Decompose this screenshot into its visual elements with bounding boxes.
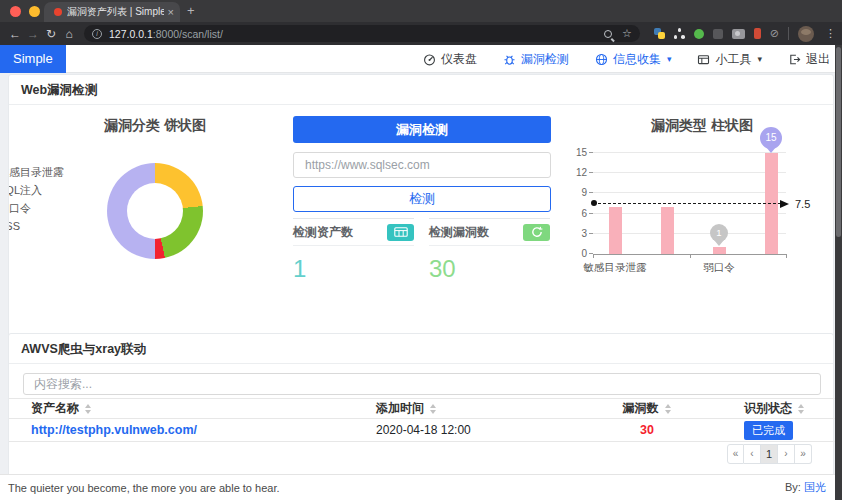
extensions-row: ⊘ ⋮ <box>654 26 842 42</box>
status-badge[interactable]: 已完成 <box>744 421 793 440</box>
gridline <box>593 172 786 173</box>
pagination-button[interactable]: › <box>778 444 795 464</box>
nav-item-dashboard[interactable]: 仪表盘 <box>423 51 477 68</box>
y-tick <box>589 152 593 153</box>
pie-chart-title: 漏洞分类 饼状图 <box>9 117 301 135</box>
marker-balloon-max: 15 <box>760 127 782 149</box>
marker-tail <box>766 147 776 153</box>
browser-tab[interactable]: 漏洞资产列表 | SimpleScan × <box>44 2 180 22</box>
screenshot-extension-icon[interactable] <box>732 29 745 39</box>
red-extension-icon[interactable] <box>754 28 761 39</box>
chevron-down-icon: ▾ <box>667 54 672 64</box>
reload-icon[interactable] <box>42 27 60 41</box>
gridline <box>593 192 786 193</box>
y-tick-label: 6 <box>567 208 587 219</box>
pie-chart <box>107 163 203 259</box>
sort-icon[interactable] <box>84 404 92 414</box>
back-icon[interactable] <box>6 27 24 41</box>
x-tick <box>786 254 787 258</box>
stat-divider <box>429 245 550 246</box>
column-header-label: 添加时间 <box>376 400 424 417</box>
average-line-arrow <box>780 200 789 208</box>
nav-item-vuln-scan[interactable]: 漏洞检测 <box>503 51 569 68</box>
stat-card-header: 检测漏洞数 <box>429 219 550 245</box>
status-cell: 已完成 <box>744 419 793 441</box>
y-tick <box>589 172 593 173</box>
sort-icon[interactable] <box>664 404 672 414</box>
bug-icon <box>503 53 516 66</box>
column-header-3[interactable]: 识别状态 <box>744 399 805 418</box>
python-extension-icon[interactable] <box>654 28 665 39</box>
window-close-button[interactable] <box>10 6 21 17</box>
search-icon[interactable] <box>604 30 612 38</box>
web-scan-card: Web漏洞检测 漏洞分类 饼状图 敏感目录泄露SQL注入弱口令XSS 漏洞检测 … <box>8 74 834 361</box>
new-tab-button[interactable]: + <box>187 3 195 18</box>
legend-item[interactable]: 敏感目录泄露 <box>8 165 64 179</box>
y-tick <box>589 192 593 193</box>
footer-credit: By: 国光 <box>785 480 834 495</box>
footer-author-link[interactable]: 国光 <box>804 481 826 493</box>
vuln-count: 30 <box>640 423 654 437</box>
marker-balloon-min: 1 <box>710 224 728 242</box>
legend-item[interactable]: SQL注入 <box>8 183 64 197</box>
scrollbar-thumb[interactable] <box>836 47 841 237</box>
pagination-button[interactable]: ‹ <box>744 444 761 464</box>
stat-label: 检测资产数 <box>293 224 353 241</box>
y-tick <box>589 233 593 234</box>
target-url-input[interactable] <box>293 152 551 178</box>
browser-toolbar: i 127.0.0.1 :8000/scan/list/ ☆ ⊘ ⋮ <box>0 22 842 45</box>
blocker-extension-icon[interactable]: ⊘ <box>770 27 779 40</box>
footer-by-label: By: <box>785 481 801 493</box>
browser-menu-icon[interactable]: ⋮ <box>825 27 836 40</box>
share-extension-icon[interactable] <box>674 28 685 39</box>
sort-icon[interactable] <box>797 404 805 414</box>
logout-icon <box>788 53 801 66</box>
page-scrollbar[interactable] <box>835 45 842 500</box>
pagination-button[interactable]: « <box>727 444 744 464</box>
y-tick-label: 3 <box>567 228 587 239</box>
legend-label: XSS <box>8 220 20 232</box>
tab-close-icon[interactable]: × <box>168 6 174 18</box>
nav-item-tools[interactable]: 小工具▾ <box>697 51 762 68</box>
average-line <box>593 203 786 204</box>
pagination-button[interactable]: 1 <box>761 444 778 464</box>
bar-弱口令 <box>713 247 726 254</box>
pagination-button[interactable]: » <box>795 444 812 464</box>
forward-icon[interactable] <box>24 27 42 41</box>
column-header-1[interactable]: 添加时间 <box>376 399 437 418</box>
pie-legend: 敏感目录泄露SQL注入弱口令XSS <box>8 165 64 237</box>
asset-cell: http://testphp.vulnweb.com/ <box>31 419 197 441</box>
column-header-2[interactable]: 漏洞数 <box>617 399 677 418</box>
added-time-cell: 2020-04-18 12:00 <box>376 419 471 441</box>
disabled-extension-icon[interactable] <box>713 29 723 39</box>
nav-item-label: 仪表盘 <box>441 51 477 68</box>
home-icon[interactable] <box>60 27 78 41</box>
site-favicon <box>54 8 62 16</box>
detect-button[interactable]: 检测 <box>293 186 551 212</box>
legend-item[interactable]: XSS <box>8 219 64 233</box>
y-tick <box>589 213 593 214</box>
site-info-icon[interactable]: i <box>92 29 102 39</box>
column-header-0[interactable]: 资产名称 <box>31 399 92 418</box>
bar-chart-title: 漏洞类型 柱状图 <box>569 117 834 135</box>
content-search-input[interactable] <box>23 373 821 395</box>
marker-tail <box>714 240 724 246</box>
green-extension-icon[interactable] <box>694 29 704 39</box>
brand-logo[interactable]: Simple <box>0 45 66 73</box>
bookmark-star-icon[interactable]: ☆ <box>622 27 632 40</box>
profile-avatar[interactable] <box>798 26 814 42</box>
sort-icon[interactable] <box>429 404 437 414</box>
asset-link[interactable]: http://testphp.vulnweb.com/ <box>31 423 197 437</box>
refresh-icon <box>523 224 550 241</box>
tools-icon <box>697 53 710 66</box>
average-line-dot <box>591 200 597 206</box>
window-minimize-button[interactable] <box>29 6 40 17</box>
nav-item-logout[interactable]: 退出 <box>788 51 830 68</box>
address-bar[interactable]: i 127.0.0.1 :8000/scan/list/ ☆ <box>84 25 640 42</box>
vuln-scan-header-button[interactable]: 漏洞检测 <box>293 116 551 143</box>
legend-item[interactable]: 弱口令 <box>8 201 64 215</box>
nav-item-info-collect[interactable]: 信息收集▾ <box>595 51 672 68</box>
stat-card-vulns: 检测漏洞数30 <box>429 218 550 283</box>
stat-label: 检测漏洞数 <box>429 224 489 241</box>
browser-titlebar: 漏洞资产列表 | SimpleScan × + <box>0 0 842 22</box>
